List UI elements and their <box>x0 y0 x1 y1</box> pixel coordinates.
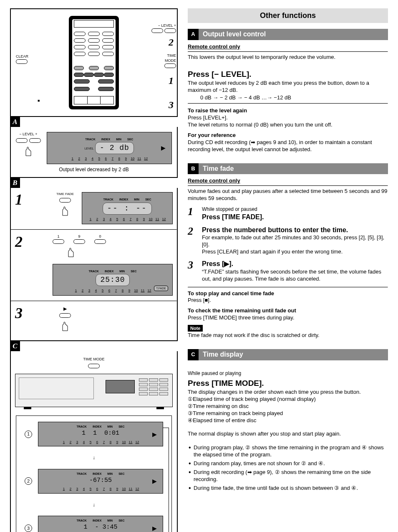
intro-a: This lowers the output level to temporar… <box>188 54 388 61</box>
remote-illustration: − LEVEL + 2 TIME MODE CLEAR 1 3 ■ <box>10 8 178 117</box>
note-badge: Note <box>188 325 203 332</box>
step-3: 3 Press [▶]. “T.FADE” starts flashing fi… <box>188 260 388 283</box>
level-label: − LEVEL + <box>16 132 41 137</box>
callout-3: 3 <box>169 99 174 110</box>
press-timemode-heading: Press [TIME MODE]. <box>188 378 388 389</box>
callout-level: − <box>158 23 160 28</box>
circ-2: 2 <box>25 477 32 485</box>
heading-b: B Time fade <box>188 163 388 175</box>
callout-clear: CLEAR <box>16 54 28 58</box>
callout-stop: ■ <box>38 99 40 103</box>
notes-list: During program play, ② shows the time re… <box>188 444 388 491</box>
heading-a: A Output level control <box>188 29 388 40</box>
reference-heading: For your reference <box>188 132 388 139</box>
illustration-b: 1 TIME FADE TRACKINDEXMINSEC -- : -- 123… <box>10 188 178 341</box>
left-column: − LEVEL + 2 TIME MODE CLEAR 1 3 ■ A − LE… <box>10 8 178 532</box>
hand-icon <box>24 147 33 157</box>
step-2: 2 Press the numbered buttons to enter th… <box>188 226 388 256</box>
section-label-c: C <box>10 341 20 351</box>
heading-c: C Time display <box>188 349 388 360</box>
illustration-c: TIME MODE 1 TRACKINDEXMINSEC 110: <box>10 351 178 532</box>
display-cycle-list: 1 TRACKINDEXMINSEC 110:01 ▶ 123456789101… <box>16 415 172 532</box>
right-column: Other functions A Output level control R… <box>188 8 388 532</box>
step-1: 1 While stopped or paused Press [TIME FA… <box>188 206 388 221</box>
play-icon: ▶ <box>161 144 166 152</box>
step-b3: 3 <box>15 305 23 322</box>
step-b2: 2 <box>15 233 23 250</box>
circ-1: 1 <box>25 431 32 438</box>
cd-player-drawing <box>15 374 173 407</box>
section-label-a: A <box>10 117 20 127</box>
press-level-heading: Press [− LEVEL]. <box>188 69 388 80</box>
hand-icon <box>61 322 70 332</box>
illustration-a: − LEVEL + TRACK INDEX MIN SEC LEVEL - 2 … <box>10 127 178 178</box>
raise-heading: To raise the level again <box>188 107 388 114</box>
callout-1: 1 <box>169 75 174 86</box>
step-b1: 1 <box>15 191 23 208</box>
page-title: Other functions <box>188 8 388 23</box>
display-items: ①Elapsed time of track being played (nor… <box>188 396 388 424</box>
remote-only-b: Remote control only <box>188 177 388 185</box>
section-label-b: B <box>10 178 20 188</box>
caption-a: Output level decreased by 2 dB <box>16 167 172 173</box>
circ-3: 3 <box>25 524 32 532</box>
callout-2: 2 <box>169 37 174 48</box>
hand-icon <box>61 206 70 216</box>
remote-only-a: Remote control only <box>188 43 388 51</box>
lcd-level: - 2 db <box>95 142 134 154</box>
lcd-time: 25:30 <box>96 274 129 286</box>
hand-icon <box>67 248 76 258</box>
callout-timemode: TIME MODE <box>165 53 176 63</box>
